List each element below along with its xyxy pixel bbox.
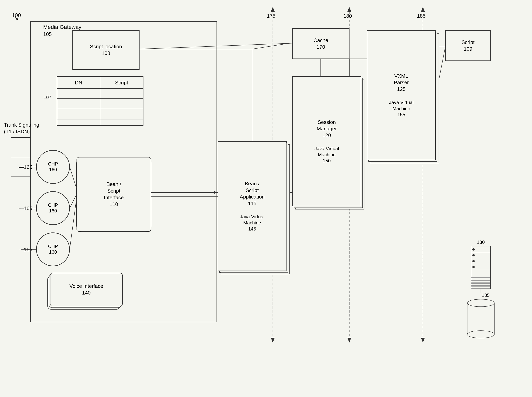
arrow-180-label: 180 xyxy=(343,13,352,19)
svg-line-49 xyxy=(139,43,292,49)
line-165-2: —165 xyxy=(19,205,32,212)
script-109-box: Script109 xyxy=(446,31,491,61)
table-number: 107 xyxy=(43,95,51,100)
svg-marker-56 xyxy=(271,7,275,12)
session-manager-label: SessionManager120 xyxy=(317,119,337,139)
vxml-parser-label: VXMLParser125 xyxy=(394,73,409,93)
bean-script-app-box: Bean /ScriptApplication115 Java VirtualM… xyxy=(218,141,287,271)
script-location-label: Script location108 xyxy=(90,43,122,57)
jvm-150-label: Java VirtualMachine150 xyxy=(315,145,339,164)
cache-box: Cache170 xyxy=(292,28,349,59)
script-location-box: Script location108 xyxy=(73,31,139,70)
svg-line-16 xyxy=(70,194,77,208)
vxml-parser-box: VXMLParser125 Java VirtualMachine155 xyxy=(367,31,436,160)
bean-script-interface-box: Bean /ScriptInterface110 xyxy=(77,157,151,232)
line-165-1: —165 xyxy=(19,164,32,171)
figure-arrow: ↘ xyxy=(15,16,18,21)
jvm-155-label: Java VirtualMachine155 xyxy=(389,99,414,118)
chp2-circle: CHP160 xyxy=(36,192,70,225)
voice-interface-label: Voice Interface140 xyxy=(69,283,103,296)
svg-marker-54 xyxy=(347,338,351,343)
script-col-header: Script xyxy=(100,77,143,88)
svg-marker-58 xyxy=(421,7,425,12)
svg-line-17 xyxy=(70,198,77,249)
script-109-label: Script109 xyxy=(462,39,475,52)
session-manager-box: SessionManager120 Java VirtualMachine150 xyxy=(292,77,361,206)
line-165-3: —165 xyxy=(19,246,32,253)
jvm-145-label: Java VirtualMachine145 xyxy=(240,214,264,232)
bean-script-interface-label: Bean /ScriptInterface110 xyxy=(104,181,124,208)
chp1-circle: CHP160 xyxy=(36,150,70,184)
svg-marker-57 xyxy=(347,7,351,12)
database-135: 135 xyxy=(467,292,495,338)
arrow-185-label: 185 xyxy=(417,13,425,19)
bean-script-app-label: Bean /ScriptApplication115 xyxy=(240,180,264,207)
svg-marker-53 xyxy=(271,338,275,343)
arrow-175-label: 175 xyxy=(267,13,275,19)
cache-label: Cache170 xyxy=(313,37,328,50)
voice-interface-box: Voice Interface140 xyxy=(50,273,123,306)
svg-marker-55 xyxy=(421,338,425,343)
trunk-signaling-label: Trunk Signaling(T1 / ISDN) xyxy=(4,122,39,135)
dn-col-header: DN xyxy=(57,77,100,88)
svg-line-15 xyxy=(70,167,77,188)
svg-line-63 xyxy=(252,43,292,49)
server-130: 130 xyxy=(471,240,491,289)
chp3-circle: CHP160 xyxy=(36,233,70,266)
